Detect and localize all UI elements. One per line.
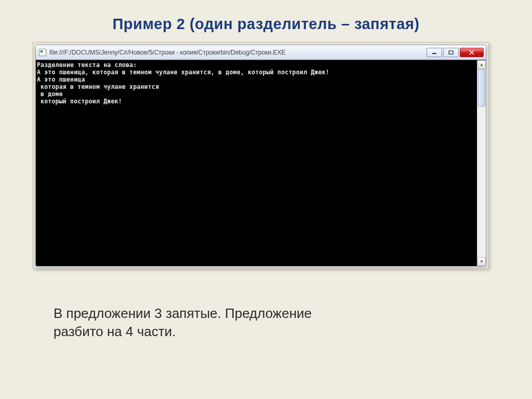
maximize-icon (448, 50, 454, 55)
console-line: в доме (37, 90, 63, 98)
caption-line: В предложении 3 запятые. Предложение (54, 305, 312, 321)
console-line: Разделение текста на слова: (37, 61, 137, 69)
console-line: которая в темном чулане хранится (37, 83, 159, 90)
caption-text: В предложении 3 запятые. Предложение раз… (54, 304, 503, 341)
minimize-button[interactable] (427, 48, 442, 57)
svg-rect-1 (449, 51, 453, 54)
scroll-track[interactable] (477, 69, 486, 257)
window-title: file:///F:/DOCUMS/Jenny/C#/Новое/5/Строк… (49, 49, 427, 56)
scroll-thumb[interactable] (478, 69, 485, 107)
scroll-down-button[interactable]: ▼ (477, 257, 486, 266)
minimize-icon (432, 50, 437, 55)
app-icon (39, 49, 46, 56)
maximize-button[interactable] (443, 48, 459, 57)
client-area: Разделение текста на слова: А это пшениц… (36, 60, 486, 266)
console-line: который построил Джек! (37, 98, 122, 105)
chevron-down-icon: ▼ (480, 259, 484, 264)
console-line: А это пшеница (37, 76, 85, 83)
page-title: Пример 2 (один разделитель – запятая) (29, 16, 503, 33)
console-window: file:///F:/DOCUMS/Jenny/C#/Новое/5/Строк… (35, 45, 486, 267)
chevron-up-icon: ▲ (480, 62, 484, 67)
console-line: А это пшеница, которая в темном чулане х… (37, 69, 329, 76)
vertical-scrollbar[interactable]: ▲ ▼ (477, 60, 486, 266)
titlebar[interactable]: file:///F:/DOCUMS/Jenny/C#/Новое/5/Строк… (36, 45, 486, 60)
caption-line: разбито на 4 части. (54, 324, 176, 339)
scroll-up-button[interactable]: ▲ (477, 60, 486, 69)
screenshot-frame: file:///F:/DOCUMS/Jenny/C#/Новое/5/Строк… (33, 42, 489, 269)
console-output: Разделение текста на слова: А это пшениц… (36, 60, 477, 266)
close-button[interactable] (460, 48, 484, 57)
close-icon (469, 50, 475, 55)
window-controls (427, 48, 484, 57)
